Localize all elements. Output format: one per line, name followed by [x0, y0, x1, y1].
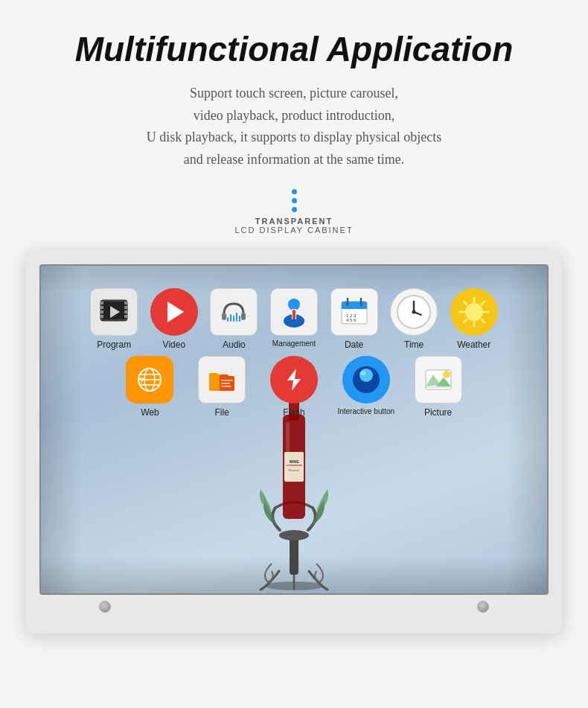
app-grid-row1: Program Video [86, 288, 502, 350]
program-label: Program [97, 339, 131, 350]
dot-1 [292, 189, 297, 194]
app-interactive[interactable]: Interactive button [331, 356, 400, 418]
label-section: TRANSPARENT LCD DISPLAY CABINET [234, 217, 353, 235]
svg-line-42 [464, 319, 467, 322]
app-web[interactable]: ? Web [115, 356, 185, 418]
monitor-screen: Program Video [39, 264, 549, 595]
svg-rect-25 [342, 306, 367, 309]
page-title: Multifunctional Application [75, 30, 514, 69]
svg-rect-22 [293, 311, 295, 319]
date-label: Date [345, 339, 363, 350]
app-weather[interactable]: Weather [445, 288, 502, 350]
flash-label: Flash [283, 407, 304, 418]
monitor-bottom [39, 595, 549, 613]
dot-3 [292, 207, 297, 212]
screen-content: Program Video [41, 266, 547, 593]
svg-point-34 [465, 303, 483, 321]
audio-label: Audio [223, 339, 246, 350]
svg-rect-64 [426, 387, 451, 389]
screw-left [99, 601, 111, 613]
weather-label: Weather [457, 339, 490, 350]
svg-rect-55 [221, 386, 231, 387]
svg-rect-4 [100, 310, 103, 313]
flash-icon [270, 356, 318, 404]
web-icon: ? [126, 356, 173, 404]
svg-line-39 [464, 302, 467, 304]
svg-text:4  5  6: 4 5 6 [346, 318, 357, 322]
svg-point-67 [279, 530, 309, 540]
svg-rect-7 [124, 306, 127, 309]
svg-rect-53 [221, 380, 233, 381]
svg-text:Reserve: Reserve [289, 468, 301, 472]
svg-rect-5 [100, 315, 103, 318]
svg-rect-16 [236, 313, 237, 322]
app-date[interactable]: 1 2 3 4 5 6 Date [325, 288, 383, 350]
time-icon [390, 288, 438, 336]
svg-rect-75 [286, 422, 290, 482]
svg-rect-50 [209, 373, 218, 377]
management-icon [270, 288, 318, 336]
web-label: Web [141, 407, 159, 418]
svg-rect-12 [241, 313, 246, 320]
svg-text:?: ? [139, 376, 144, 385]
svg-point-33 [412, 310, 416, 313]
dot-2 [292, 198, 297, 203]
program-icon [90, 288, 138, 336]
file-label: File [215, 407, 229, 418]
subtitle: Support touch screen, picture carousel, … [147, 83, 441, 171]
svg-point-18 [288, 299, 300, 310]
video-icon [150, 288, 198, 336]
svg-rect-68 [283, 415, 305, 519]
file-icon [198, 356, 246, 404]
svg-point-65 [264, 581, 324, 590]
management-label: Management [272, 339, 316, 348]
app-management[interactable]: Management [266, 288, 323, 350]
app-video[interactable]: Video [146, 288, 203, 350]
svg-marker-56 [287, 369, 301, 391]
svg-rect-13 [227, 317, 229, 322]
svg-rect-66 [290, 534, 298, 575]
svg-point-58 [359, 369, 373, 382]
label-lcd: LCD DISPLAY CABINET [234, 226, 353, 235]
svg-rect-8 [124, 310, 127, 313]
interactive-label: Interactive button [337, 407, 394, 415]
svg-rect-14 [230, 314, 231, 322]
time-label: Time [404, 339, 424, 350]
app-audio[interactable]: Audio [205, 288, 263, 350]
app-picture[interactable]: Picture [403, 356, 473, 418]
app-file[interactable]: File [188, 356, 257, 418]
svg-rect-52 [220, 374, 229, 378]
svg-rect-11 [222, 313, 226, 320]
svg-rect-17 [239, 316, 240, 322]
app-grid-row2: ? Web [115, 356, 473, 418]
label-transparent: TRANSPARENT [234, 217, 353, 226]
svg-rect-2 [100, 302, 103, 304]
weather-icon [450, 288, 498, 336]
svg-line-41 [482, 302, 485, 304]
dots-decoration [292, 189, 297, 212]
app-flash[interactable]: Flash [260, 356, 329, 418]
interactive-icon [342, 356, 390, 404]
date-icon: 1 2 3 4 5 6 [330, 288, 378, 336]
screw-right [477, 601, 489, 613]
page-wrapper: Multifunctional Application Support touc… [0, 0, 588, 663]
app-time[interactable]: Time [386, 288, 443, 350]
svg-text:WINE: WINE [289, 459, 299, 464]
svg-rect-6 [124, 302, 127, 304]
svg-line-40 [482, 319, 485, 322]
svg-rect-3 [100, 306, 103, 309]
play-triangle-icon [167, 302, 184, 322]
picture-icon [415, 356, 462, 404]
video-label: Video [163, 339, 185, 350]
svg-rect-54 [221, 383, 230, 384]
audio-icon [210, 288, 258, 336]
svg-rect-9 [124, 315, 127, 318]
svg-rect-15 [233, 316, 234, 322]
picture-label: Picture [424, 407, 452, 418]
svg-rect-71 [284, 452, 304, 482]
svg-point-59 [360, 371, 366, 375]
monitor-frame: Program Video [26, 251, 562, 634]
app-program[interactable]: Program [86, 288, 143, 350]
svg-point-63 [443, 371, 450, 378]
